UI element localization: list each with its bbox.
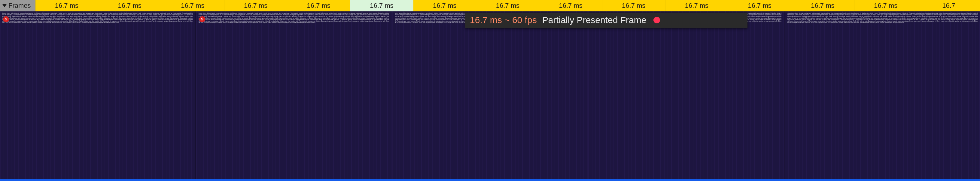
thumbnail-content: Lorem ipsum dolor sit amet, consectetur … (199, 13, 389, 178)
frame-tick[interactable]: 16.7 ms (224, 0, 288, 11)
thumbnail-content: Lorem ipsum dolor sit amet, consectetur … (787, 13, 978, 178)
thumbnail-content: Lorem ipsum dolor sit amet, consectetur … (2, 13, 193, 178)
frame-tooltip: 16.7 ms ~ 60 fps Partially Presented Fra… (465, 13, 748, 28)
frame-thumbnail[interactable]: Lorem ipsum dolor sit amet, consectetur … (784, 11, 980, 181)
frame-tick[interactable]: 16.7 ms (476, 0, 539, 11)
frame-tick[interactable]: 16.7 ms (539, 0, 602, 11)
tooltip-swatch-icon (654, 17, 660, 24)
frame-tick[interactable]: 16.7 ms (161, 0, 224, 11)
frame-thumbnail[interactable]: Lorem ipsum dolor sit amet, consectetur … (392, 11, 589, 181)
badge-icon: S (3, 16, 9, 22)
frame-tick[interactable]: 16.7 ms (791, 0, 854, 11)
frame-thumbnail[interactable]: Lorem ipsum dolor sit amet, consectetur … (0, 11, 196, 181)
frames-filmstrip[interactable]: Lorem ipsum dolor sit amet, consectetur … (0, 11, 980, 181)
frame-tick[interactable]: 16.7 ms (350, 0, 414, 11)
frame-tick[interactable]: 16.7 (917, 0, 980, 11)
tooltip-label: Partially Presented Frame (542, 15, 646, 25)
frame-tick[interactable]: 16.7 ms (602, 0, 665, 11)
badge-icon: S (199, 16, 205, 22)
tooltip-timing: 16.7 ms ~ 60 fps (470, 15, 537, 25)
frame-tick[interactable]: 16.7 ms (287, 0, 350, 11)
frame-tick[interactable]: 16.7 ms (35, 0, 99, 11)
frame-tick[interactable]: 16.7 ms (414, 0, 476, 11)
frame-tick[interactable]: 16.7 ms (98, 0, 161, 11)
frames-label: Frames (8, 2, 31, 9)
frame-thumbnail[interactable]: Lorem ipsum dolor sit amet, consectetur … (588, 11, 784, 181)
frame-tick[interactable]: 16.7 ms (728, 0, 791, 11)
thumbnail-content: Lorem ipsum dolor sit amet, consectetur … (395, 13, 585, 178)
chevron-down-icon (2, 4, 6, 7)
frame-tick[interactable]: 16.7 ms (854, 0, 918, 11)
frames-ruler: Frames 16.7 ms 16.7 ms 16.7 ms 16.7 ms 1… (0, 0, 980, 11)
frames-toggle[interactable]: Frames (0, 0, 35, 11)
frame-tick[interactable]: 16.7 ms (665, 0, 729, 11)
frame-thumbnail[interactable]: Lorem ipsum dolor sit amet, consectetur … (196, 11, 392, 181)
thumbnail-content: Lorem ipsum dolor sit amet, consectetur … (591, 13, 781, 178)
